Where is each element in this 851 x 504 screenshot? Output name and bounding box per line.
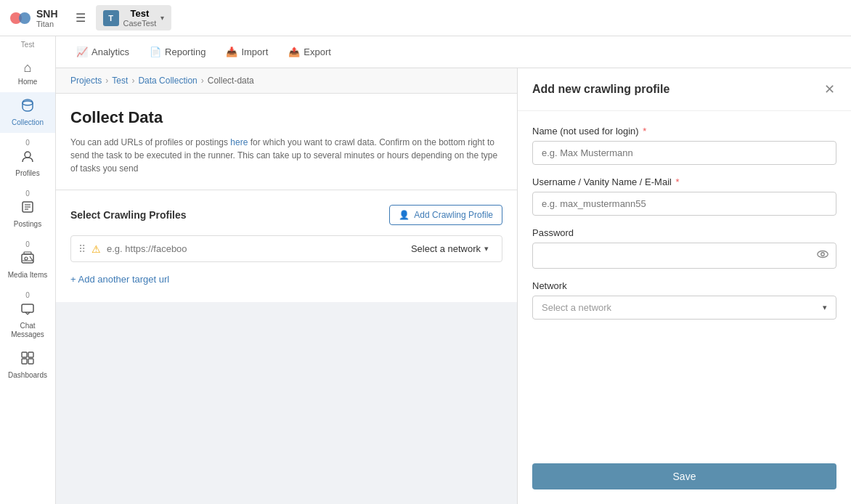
breadcrumb: Projects › Test › Data Collection › Coll… xyxy=(56,68,517,94)
sidebar-collection-label: Collection xyxy=(12,118,44,127)
network-select-label: Select a network xyxy=(411,243,481,254)
tab-reporting-label: Reporting xyxy=(165,46,205,57)
collect-description: You can add URLs of profiles or postings… xyxy=(70,136,502,175)
close-button[interactable]: ✕ xyxy=(823,80,836,99)
hamburger-button[interactable]: ☰ xyxy=(73,8,89,28)
analytics-icon: 📈 xyxy=(76,46,88,57)
nav-tabs: 📈 Analytics 📄 Reporting 📥 Import 📤 Expor… xyxy=(56,36,851,68)
drag-handle-icon: ⠿ xyxy=(78,243,86,255)
sidebar-media-label: Media Items xyxy=(8,271,47,280)
svg-point-17 xyxy=(821,253,825,256)
project-selector[interactable]: T Test CaseTest ▾ xyxy=(96,5,172,31)
sidebar-item-collection[interactable]: Collection xyxy=(0,92,55,133)
project-case: CaseTest xyxy=(123,19,157,28)
logo: SNH Titan xyxy=(9,7,58,30)
sidebar-item-profiles[interactable]: 0 Profiles xyxy=(0,133,55,184)
tab-import[interactable]: 📥 Import xyxy=(217,41,277,63)
breadcrumb-projects[interactable]: Projects xyxy=(70,76,102,86)
sidebar-item-media-items[interactable]: 0 Media Items xyxy=(0,235,55,285)
breadcrumb-data-collection[interactable]: Data Collection xyxy=(138,76,197,86)
sidebar-dashboards-label: Dashboards xyxy=(8,371,47,380)
sidebar-item-home[interactable]: ⌂ Home xyxy=(0,54,55,92)
tab-export-label: Export xyxy=(304,46,331,57)
right-panel-title: Add new crawling profile xyxy=(532,83,669,96)
name-input[interactable] xyxy=(532,141,836,165)
import-icon: 📥 xyxy=(226,46,237,57)
password-field-group: Password xyxy=(532,227,836,269)
here-link[interactable]: here xyxy=(230,137,248,147)
postings-icon xyxy=(20,200,35,218)
tab-import-label: Import xyxy=(241,46,268,57)
add-profile-icon: 👤 xyxy=(399,210,410,220)
svg-rect-15 xyxy=(28,359,33,364)
main-panel: Projects › Test › Data Collection › Coll… xyxy=(56,68,517,504)
network-dropdown-label: Select a network xyxy=(542,302,611,313)
sidebar: Test ⌂ Home Collection 0 Profiles xyxy=(0,36,56,504)
network-field-group: Network Select a network ▾ xyxy=(532,280,836,320)
username-input[interactable] xyxy=(532,192,836,216)
username-field-group: Username / Vanity Name / E-Mail * xyxy=(532,176,836,216)
crawl-profiles-header: Select Crawling Profiles 👤 Add Crawling … xyxy=(70,205,502,225)
media-icon xyxy=(20,251,35,269)
network-select-button[interactable]: Select a network ▾ xyxy=(405,240,494,257)
breadcrumb-current: Collect-data xyxy=(208,76,254,86)
media-badge: 0 xyxy=(25,240,30,248)
tab-reporting[interactable]: 📄 Reporting xyxy=(141,41,214,63)
form-spacer xyxy=(532,331,836,449)
add-url-button[interactable]: + Add another target url xyxy=(70,271,169,288)
sidebar-item-postings[interactable]: 0 Postings xyxy=(0,184,55,235)
network-chevron-icon: ▾ xyxy=(484,244,489,253)
chevron-down-icon: ▾ xyxy=(160,14,164,22)
tab-analytics[interactable]: 📈 Analytics xyxy=(68,41,138,63)
content-area: Projects › Test › Data Collection › Coll… xyxy=(56,68,851,504)
network-dropdown-button[interactable]: Select a network ▾ xyxy=(532,296,836,320)
breadcrumb-sep-1: › xyxy=(105,76,108,86)
tab-analytics-label: Analytics xyxy=(91,46,129,57)
username-label: Username / Vanity Name / E-Mail * xyxy=(532,176,836,187)
save-button[interactable]: Save xyxy=(532,463,836,489)
logo-icon xyxy=(9,7,32,30)
show-password-button[interactable] xyxy=(816,248,829,264)
url-input[interactable] xyxy=(107,243,399,254)
svg-point-2 xyxy=(23,101,33,105)
password-label: Password xyxy=(532,227,836,238)
network-dropdown-chevron-icon: ▾ xyxy=(823,303,827,312)
svg-rect-14 xyxy=(22,359,27,364)
url-area: Select Crawling Profiles 👤 Add Crawling … xyxy=(56,190,517,302)
export-icon: 📤 xyxy=(288,46,300,57)
sidebar-chat-label: Chat Messages xyxy=(3,322,52,339)
chat-icon xyxy=(20,301,35,320)
svg-rect-12 xyxy=(22,352,27,357)
collect-section: Collect Data You can add URLs of profile… xyxy=(56,94,517,190)
breadcrumb-test[interactable]: Test xyxy=(112,76,128,86)
dashboards-icon xyxy=(20,351,35,369)
svg-rect-9 xyxy=(24,252,31,254)
reporting-icon: 📄 xyxy=(150,46,161,57)
add-url-label: + Add another target url xyxy=(70,274,169,285)
name-field-group: Name (not used for login) * xyxy=(532,126,836,165)
workspace: 📈 Analytics 📄 Reporting 📥 Import 📤 Expor… xyxy=(56,36,851,504)
postings-badge: 0 xyxy=(25,190,30,198)
chat-badge: 0 xyxy=(25,291,30,299)
sidebar-postings-label: Postings xyxy=(14,220,41,229)
profiles-badge: 0 xyxy=(25,139,30,147)
breadcrumb-sep-3: › xyxy=(201,76,204,86)
url-input-row: ⠿ ⚠ Select a network ▾ xyxy=(70,235,502,262)
svg-rect-11 xyxy=(22,304,33,312)
tab-export[interactable]: 📤 Export xyxy=(280,41,340,63)
logo-text: SNH Titan xyxy=(36,8,58,28)
add-crawling-profile-button[interactable]: 👤 Add Crawling Profile xyxy=(389,205,502,225)
network-label: Network xyxy=(532,280,836,291)
right-panel: Add new crawling profile ✕ Name (not use… xyxy=(517,68,851,504)
svg-point-10 xyxy=(25,257,28,260)
sidebar-profiles-label: Profiles xyxy=(15,169,39,178)
svg-point-16 xyxy=(818,251,828,258)
form-section: Name (not used for login) * Username / V… xyxy=(518,111,851,463)
sidebar-item-dashboards[interactable]: Dashboards xyxy=(0,345,55,386)
top-bar: SNH Titan ☰ T Test CaseTest ▾ xyxy=(0,0,851,36)
right-panel-header: Add new crawling profile ✕ xyxy=(518,68,851,111)
sidebar-home-label: Home xyxy=(18,78,38,86)
home-icon: ⌂ xyxy=(24,60,32,76)
sidebar-item-chat-messages[interactable]: 0 Chat Messages xyxy=(0,285,55,345)
password-input[interactable] xyxy=(532,243,836,269)
